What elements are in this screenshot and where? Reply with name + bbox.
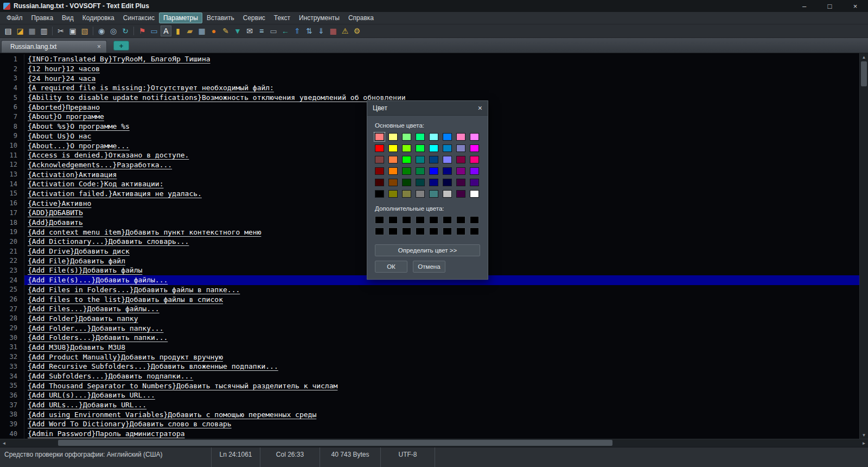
- editor-line-38[interactable]: 38{Add using Environment Variables}Добав…: [0, 409, 859, 419]
- pen-icon[interactable]: ✎: [220, 26, 231, 36]
- menu-item-10[interactable]: Инструменты: [295, 12, 344, 23]
- editor-line-30[interactable]: 30{Add Folders...}Добавить папки...: [0, 333, 859, 343]
- editor-line-37[interactable]: 37{Add URLs...}Добавить URL...: [0, 400, 859, 410]
- basic-color-swatch-19[interactable]: [402, 156, 411, 163]
- list-icon[interactable]: ≡: [256, 26, 267, 36]
- horizontal-scrollbar[interactable]: ◄ ►: [0, 439, 868, 447]
- editor-line-32[interactable]: 32{Add Product Manually}Добавить продукт…: [0, 352, 859, 362]
- basic-color-swatch-43[interactable]: [402, 190, 411, 198]
- basic-color-swatch-45[interactable]: [429, 190, 438, 198]
- basic-color-swatch-10[interactable]: [388, 144, 398, 152]
- archive-icon[interactable]: ▰: [184, 26, 195, 36]
- scroll-left-icon[interactable]: ◄: [0, 441, 8, 446]
- editor-line-28[interactable]: 28{Add Folder}Добавить папку: [0, 314, 859, 324]
- basic-color-swatch-9[interactable]: [375, 144, 384, 152]
- basic-color-swatch-24[interactable]: [470, 156, 479, 163]
- up-icon[interactable]: ⇑: [292, 26, 303, 36]
- maximize-button[interactable]: □: [817, 0, 843, 12]
- basic-color-swatch-35[interactable]: [402, 179, 411, 186]
- basic-color-swatch-27[interactable]: [402, 167, 411, 175]
- basic-color-swatch-36[interactable]: [416, 179, 425, 186]
- custom-color-swatch-5[interactable]: [429, 216, 438, 224]
- sort-asc-icon[interactable]: ⇅: [304, 26, 315, 36]
- back-icon[interactable]: ←: [280, 26, 291, 36]
- vertical-scrollbar[interactable]: ▲ ▼: [859, 53, 868, 439]
- globe-icon[interactable]: ●: [208, 26, 219, 36]
- custom-color-swatch-16[interactable]: [470, 228, 479, 235]
- menu-item-8[interactable]: Сервис: [239, 12, 270, 23]
- horizontal-scroll-thumb[interactable]: [58, 440, 612, 446]
- new-tab-button[interactable]: +: [113, 41, 129, 51]
- cut-icon[interactable]: ✂: [55, 26, 66, 36]
- menu-item-6[interactable]: Параметры: [159, 12, 202, 23]
- paste-icon[interactable]: ▧: [79, 26, 90, 36]
- menu-item-5[interactable]: Синтаксис: [119, 12, 159, 23]
- custom-color-swatch-15[interactable]: [456, 228, 465, 235]
- menu-item-3[interactable]: Вид: [58, 12, 78, 23]
- basic-color-swatch-29[interactable]: [429, 167, 438, 175]
- basic-color-swatch-42[interactable]: [388, 190, 398, 198]
- editor-line-35[interactable]: 35{Add Thousand Separator to Numbers}Доб…: [0, 381, 859, 390]
- basic-color-swatch-15[interactable]: [456, 144, 465, 152]
- editor-line-3[interactable]: 3{24 hour}24 часа: [0, 73, 859, 83]
- editor-line-34[interactable]: 34{Add Subfolders...}Добавить подпапки..…: [0, 371, 859, 381]
- basic-color-swatch-23[interactable]: [456, 156, 465, 163]
- calendar-icon[interactable]: ▦: [328, 26, 339, 36]
- new-file-icon[interactable]: ▤: [3, 26, 14, 36]
- basic-color-swatch-5[interactable]: [429, 133, 438, 141]
- menu-item-9[interactable]: Текст: [270, 12, 295, 23]
- warning-icon[interactable]: ⚠: [340, 26, 350, 36]
- custom-color-swatch-12[interactable]: [416, 228, 425, 235]
- mail-icon[interactable]: ✉: [244, 26, 255, 36]
- basic-color-swatch-21[interactable]: [429, 156, 438, 163]
- basic-color-swatch-8[interactable]: [470, 133, 479, 141]
- open-folder-icon[interactable]: ◪: [15, 26, 25, 36]
- filter-icon[interactable]: ▼: [232, 26, 243, 36]
- basic-color-swatch-39[interactable]: [456, 179, 465, 186]
- basic-color-swatch-25[interactable]: [375, 167, 384, 175]
- custom-color-swatch-14[interactable]: [443, 228, 452, 235]
- editor-line-33[interactable]: 33{Add Recursive Subfolders...}Добавить …: [0, 362, 859, 371]
- basic-color-swatch-3[interactable]: [402, 133, 411, 141]
- menu-item-4[interactable]: Кодировка: [78, 12, 119, 23]
- basic-color-swatch-18[interactable]: [388, 156, 398, 163]
- basic-color-swatch-37[interactable]: [429, 179, 438, 186]
- dialog-close-icon[interactable]: ×: [478, 104, 482, 112]
- basic-color-swatch-20[interactable]: [416, 156, 425, 163]
- basic-color-swatch-40[interactable]: [470, 179, 479, 186]
- editor-line-39[interactable]: 39{Add Word To Dictionary}Добавить слово…: [0, 419, 859, 429]
- basic-color-swatch-12[interactable]: [416, 144, 425, 152]
- zoom-in-icon[interactable]: ◉: [96, 26, 107, 36]
- cancel-button[interactable]: Отмена: [413, 261, 445, 273]
- basic-color-swatch-46[interactable]: [443, 190, 452, 198]
- basic-color-swatch-1[interactable]: [375, 133, 384, 141]
- basic-color-swatch-7[interactable]: [456, 133, 465, 141]
- settings-icon[interactable]: ⚙: [352, 26, 362, 36]
- table-icon[interactable]: ▦: [196, 26, 207, 36]
- font-icon[interactable]: A: [161, 26, 171, 36]
- tab-russian-lang-txt[interactable]: Russian.lang.txt ×: [1, 40, 107, 53]
- horizontal-scroll-track[interactable]: [8, 439, 860, 447]
- basic-color-swatch-26[interactable]: [388, 167, 398, 175]
- custom-color-swatch-3[interactable]: [402, 216, 411, 224]
- basic-color-swatch-6[interactable]: [443, 133, 452, 141]
- basic-color-swatch-38[interactable]: [443, 179, 452, 186]
- custom-color-swatch-4[interactable]: [416, 216, 425, 224]
- zoom-out-icon[interactable]: ◎: [108, 26, 119, 36]
- basic-color-swatch-34[interactable]: [388, 179, 398, 186]
- basic-color-swatch-16[interactable]: [470, 144, 479, 152]
- dialog-title-bar[interactable]: Цвет ×: [367, 101, 488, 116]
- basic-color-swatch-2[interactable]: [388, 133, 398, 141]
- scroll-down-icon[interactable]: ▼: [860, 431, 868, 439]
- editor-line-2[interactable]: 2{12 hour}12 часов: [0, 64, 859, 74]
- editor-line-4[interactable]: 4{A required file is missing:}Отсутствуе…: [0, 83, 859, 93]
- custom-color-swatch-7[interactable]: [456, 216, 465, 224]
- custom-color-swatch-9[interactable]: [375, 228, 384, 235]
- copy-icon[interactable]: ▣: [67, 26, 78, 36]
- refresh-icon[interactable]: ↻: [120, 26, 131, 36]
- editor-line-31[interactable]: 31{Add M3U8}Добавить M3U8: [0, 343, 859, 352]
- monitor-icon[interactable]: ▭: [149, 26, 159, 36]
- define-custom-colors-button[interactable]: Определить цвет >>: [375, 244, 480, 256]
- basic-color-swatch-31[interactable]: [456, 167, 465, 175]
- basic-color-swatch-11[interactable]: [402, 144, 411, 152]
